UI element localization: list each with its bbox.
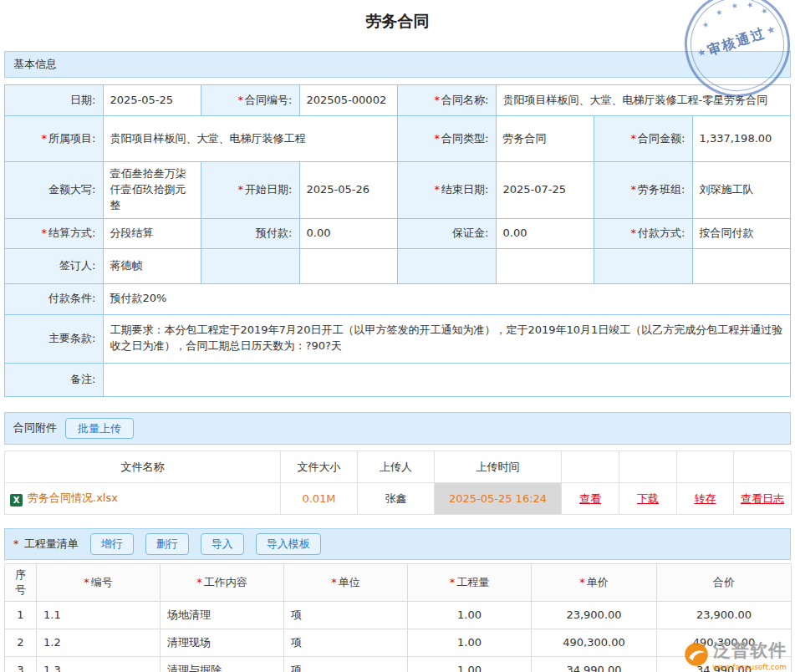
attachments-section-header: 合同附件 批量上传: [4, 412, 791, 445]
boq-header-row: 序号 *编号 *工作内容 *单位 *工程量 *单价 合价: [5, 563, 792, 601]
action-header: [734, 451, 792, 483]
prepay-label: 预付款:: [201, 218, 300, 248]
contract-type-label: *合同类型:: [398, 116, 497, 162]
code-header: *编号: [37, 563, 161, 601]
required-mark: *: [435, 94, 441, 106]
download-link[interactable]: 下载: [637, 492, 659, 505]
save-as-link[interactable]: 转存: [695, 492, 716, 505]
signer-label: 签订人:: [5, 248, 104, 283]
required-mark: *: [435, 183, 441, 196]
labor-contract-page: 劳务合同 ★ ★ ★ ★ ★ ★ ★ 审核通过 基本信息 日期: 2025-05…: [0, 0, 795, 672]
view-log-cell: 查看日志: [734, 483, 792, 515]
save-as-cell: 转存: [677, 483, 734, 515]
row-unit-price: 34,990.00: [532, 656, 657, 672]
required-mark: *: [631, 132, 637, 145]
attachments-table: 文件名称 文件大小 上传人 上传时间 X劳务合同情况.xlsx 0.01M 张鑫…: [4, 451, 792, 515]
required-mark: *: [435, 132, 441, 145]
attachment-row: X劳务合同情况.xlsx 0.01M 张鑫 2025-05-25 16:24 查…: [5, 483, 792, 515]
row-no: 2: [5, 629, 37, 656]
uploader-header: 上传人: [358, 451, 435, 483]
download-cell: 下载: [619, 483, 677, 515]
required-mark: *: [238, 94, 244, 106]
row-code: 1.1: [37, 601, 161, 629]
contract-no-value: 202505-00002: [299, 85, 398, 116]
action-header: [677, 451, 734, 483]
file-name-cell: X劳务合同情况.xlsx: [5, 483, 281, 515]
required-mark: *: [631, 227, 637, 239]
payment-terms-label: 付款条件:: [5, 283, 104, 314]
required-mark: *: [631, 183, 637, 196]
row-content: 场地清理: [161, 601, 284, 629]
file-name-header: 文件名称: [5, 451, 281, 483]
settlement-value: 分段结算: [103, 218, 201, 248]
required-mark: *: [42, 227, 48, 239]
basic-info-section-header: 基本信息: [4, 51, 791, 78]
end-date-label: *结束日期:: [398, 162, 497, 219]
row-quantity: 1.00: [408, 601, 532, 629]
table-row: 3 1.3 清理与掘除 项 1.00 34,990.00 34,990.00: [5, 656, 792, 672]
start-date-label: *开始日期:: [201, 162, 300, 219]
row-code: 1.2: [37, 629, 161, 656]
empty-value-cell: [496, 248, 594, 283]
boq-section-header: * 工程量清单 增行 删行 导入 导入模板: [4, 528, 791, 560]
amount-words-label: 金额大写:: [5, 162, 104, 219]
view-link[interactable]: 查看: [579, 492, 601, 505]
contract-amount-label: *合同金额:: [594, 116, 693, 162]
content-header: *工作内容: [161, 563, 284, 601]
empty-value-cell: [299, 248, 398, 283]
view-cell: 查看: [562, 483, 619, 515]
row-no: 1: [5, 601, 37, 629]
project-label: *所属项目:: [5, 116, 104, 162]
deposit-label: 保证金:: [398, 218, 497, 248]
file-size-cell: 0.01M: [281, 483, 358, 515]
required-mark: *: [450, 576, 456, 588]
quantity-header: *工程量: [408, 563, 532, 601]
main-clauses-label: 主要条款:: [5, 314, 104, 363]
payment-method-value: 按合同付款: [692, 218, 791, 248]
delete-row-button[interactable]: 删行: [145, 533, 189, 555]
required-mark: *: [331, 576, 337, 588]
action-header: [619, 451, 677, 483]
row-unit-price: 23,900.00: [532, 601, 657, 629]
date-label: 日期:: [5, 85, 104, 116]
page-title: 劳务合同: [4, 0, 791, 43]
table-row: 1 1.1 场地清理 项 1.00 23,900.00 23,900.00: [5, 601, 792, 629]
row-unit-price: 490,300.00: [532, 629, 657, 656]
basic-info-table: 日期: 2025-05-25 *合同编号: 202505-00002 *合同名称…: [4, 84, 791, 397]
row-unit: 项: [284, 656, 408, 672]
row-content: 清理与掘除: [161, 656, 284, 672]
required-mark: *: [13, 537, 19, 550]
contract-amount-value: 1,337,198.00: [692, 116, 791, 162]
required-mark: *: [84, 576, 89, 588]
import-template-button[interactable]: 导入模板: [256, 533, 321, 555]
contract-no-label: *合同编号:: [201, 85, 300, 116]
batch-upload-button[interactable]: 批量上传: [65, 418, 134, 440]
labor-team-value: 刘琛施工队: [692, 162, 791, 219]
upload-time-cell: 2025-05-25 16:24: [435, 483, 562, 515]
vendor-watermark: 泛普软件 www.fanpusoft.com: [684, 639, 787, 670]
action-header: [562, 451, 619, 483]
basic-info-section-title: 基本信息: [13, 57, 57, 72]
no-header: 序号: [5, 563, 37, 601]
import-button[interactable]: 导入: [201, 533, 244, 555]
start-date-value: 2025-05-26: [299, 162, 398, 219]
add-row-button[interactable]: 增行: [90, 533, 134, 555]
required-mark: *: [579, 576, 585, 588]
empty-label-cell: [594, 248, 693, 283]
file-size-header: 文件大小: [281, 451, 358, 483]
file-name-link[interactable]: 劳务合同情况.xlsx: [28, 491, 118, 504]
project-value: 贵阳项目样板间、大堂、电梯厅装修工程: [103, 116, 398, 162]
contract-type-value: 劳务合同: [496, 116, 594, 162]
row-unit: 项: [284, 601, 408, 629]
table-row: 2 1.2 清理现场 项 1.00 490,300.00 490,300.00: [5, 629, 792, 656]
upload-time-header: 上传时间: [435, 451, 562, 483]
contract-name-label: *合同名称:: [398, 85, 497, 116]
fanpu-logo-icon: [684, 642, 709, 667]
required-mark: *: [42, 132, 48, 145]
watermark-url: www.fanpusoft.com: [712, 663, 787, 671]
row-content: 清理现场: [161, 629, 284, 656]
view-log-link[interactable]: 查看日志: [741, 492, 784, 505]
row-no: 3: [5, 656, 37, 672]
required-mark: *: [196, 576, 202, 588]
payment-method-label: *付款方式:: [594, 218, 693, 248]
